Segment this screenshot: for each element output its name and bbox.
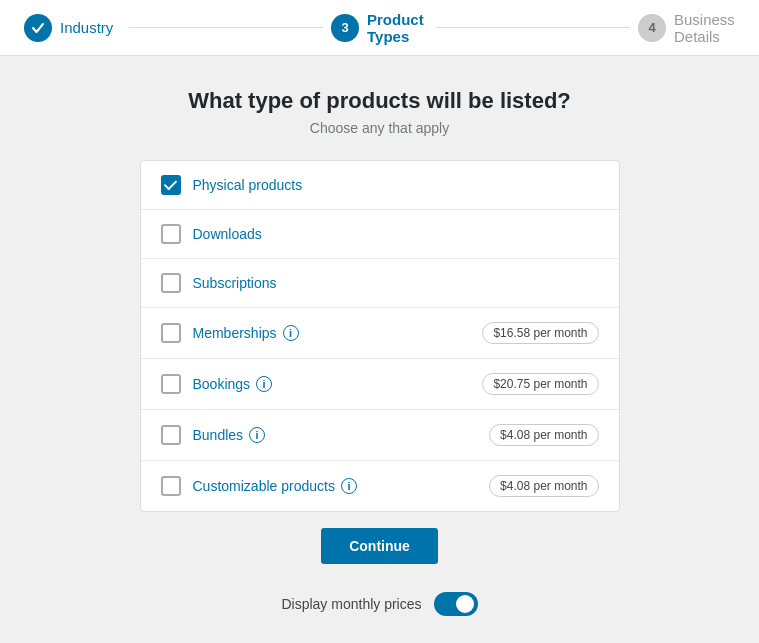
bundles-checkbox[interactable]: [161, 425, 181, 445]
bundles-info-icon[interactable]: i: [249, 427, 265, 443]
list-item: Subscriptions: [141, 259, 619, 308]
product-list: Physical products Downloads Subscription…: [140, 160, 620, 512]
toggle-label: Display monthly prices: [281, 596, 421, 612]
step-business-details: 4 Business Details: [638, 11, 735, 45]
step-product-types: 3 Product Types: [331, 11, 428, 45]
step-industry-label: Industry: [60, 19, 113, 36]
downloads-checkbox[interactable]: [161, 224, 181, 244]
page-subtitle: Choose any that apply: [310, 120, 449, 136]
stepper: Industry 3 Product Types 4 Business Deta…: [0, 0, 759, 56]
memberships-price: $16.58 per month: [482, 322, 598, 344]
bookings-info-icon[interactable]: i: [256, 376, 272, 392]
physical-checkbox[interactable]: [161, 175, 181, 195]
customizable-checkbox[interactable]: [161, 476, 181, 496]
bundles-label: Bundles i: [193, 427, 478, 443]
step-industry-circle: [24, 14, 52, 42]
list-item: Customizable products i $4.08 per month: [141, 461, 619, 511]
step-business-details-circle: 4: [638, 14, 666, 42]
toggle-thumb: [456, 595, 474, 613]
page-title: What type of products will be listed?: [188, 88, 571, 114]
step-product-types-label: Product Types: [367, 11, 428, 45]
list-item: Downloads: [141, 210, 619, 259]
monthly-prices-toggle[interactable]: [434, 592, 478, 616]
list-item: Memberships i $16.58 per month: [141, 308, 619, 359]
continue-button[interactable]: Continue: [321, 528, 438, 564]
memberships-info-icon[interactable]: i: [283, 325, 299, 341]
footer: Display monthly prices: [281, 580, 477, 624]
memberships-checkbox[interactable]: [161, 323, 181, 343]
memberships-label: Memberships i: [193, 325, 471, 341]
list-item: Physical products: [141, 161, 619, 210]
physical-label: Physical products: [193, 177, 599, 193]
main-content: What type of products will be listed? Ch…: [0, 56, 759, 643]
subscriptions-checkbox[interactable]: [161, 273, 181, 293]
bundles-price: $4.08 per month: [489, 424, 598, 446]
list-item: Bundles i $4.08 per month: [141, 410, 619, 461]
customizable-label: Customizable products i: [193, 478, 478, 494]
step-divider-1: [129, 27, 323, 28]
subscriptions-label: Subscriptions: [193, 275, 599, 291]
step-industry: Industry: [24, 14, 121, 42]
downloads-label: Downloads: [193, 226, 599, 242]
step-business-details-label: Business Details: [674, 11, 735, 45]
step-product-types-circle: 3: [331, 14, 359, 42]
continue-row: Continue: [321, 512, 438, 580]
customizable-info-icon[interactable]: i: [341, 478, 357, 494]
bookings-checkbox[interactable]: [161, 374, 181, 394]
customizable-price: $4.08 per month: [489, 475, 598, 497]
bookings-label: Bookings i: [193, 376, 471, 392]
bookings-price: $20.75 per month: [482, 373, 598, 395]
check-icon: [31, 21, 45, 35]
list-item: Bookings i $20.75 per month: [141, 359, 619, 410]
step-divider-2: [436, 27, 630, 28]
